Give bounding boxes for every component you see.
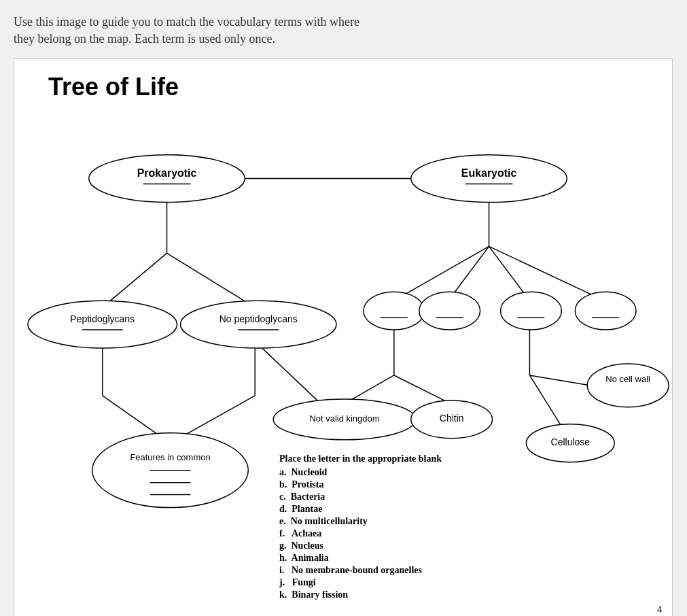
chitin-label: Chitin (440, 413, 464, 424)
vocab-item-b: b. Protista (279, 479, 442, 490)
vocab-item-h: h. Animalia (279, 553, 442, 564)
svg-point-37 (501, 292, 562, 330)
vocab-item-f: f. Achaea (279, 528, 442, 539)
eukaryotic-label: Eukaryotic (461, 167, 517, 179)
vocab-item-a: a. Nucleoid (279, 467, 442, 478)
svg-line-15 (347, 375, 394, 403)
no-cell-wall-label: No cell wall (605, 374, 650, 384)
instructions: Use this image to guide you to match the… (14, 14, 659, 48)
page-number: 4 (657, 604, 662, 615)
vocab-item-k: k. Binary fission (279, 589, 442, 600)
vocab-item-c: c. Bacteria (279, 492, 442, 502)
prokaryotic-label: Prokaryotic (137, 167, 197, 179)
svg-line-2 (103, 254, 167, 308)
vocab-item-d: d. Plantae (279, 504, 442, 515)
svg-line-16 (394, 375, 448, 403)
svg-point-33 (364, 292, 425, 330)
vocab-header: Place the letter in the appropriate blan… (279, 454, 442, 464)
vocab-item-j: j. Fungi (279, 577, 442, 588)
no-peptidoglycans-label: No peptidoglycans (219, 314, 298, 325)
svg-line-18 (529, 375, 563, 430)
diagram-title: Tree of Life (48, 73, 658, 101)
svg-point-39 (575, 292, 636, 330)
vocab-item-e: e. No multicellularity (279, 516, 442, 527)
vocab-items: a. Nucleoid b. Protista c. Bacteria d. P… (279, 467, 442, 600)
svg-line-13 (489, 247, 605, 301)
svg-line-3 (167, 254, 256, 308)
vocab-item-g: g. Nucleus (279, 541, 442, 551)
vocab-list: Place the letter in the appropriate blan… (279, 454, 442, 602)
svg-point-43 (587, 364, 669, 407)
vocab-item-i: i. No membrane-bound organelles (279, 565, 442, 576)
not-valid-kingdom-label: Not valid kingdom (309, 413, 379, 424)
svg-line-8 (255, 341, 319, 403)
diagram-container: Tree of Life (14, 58, 673, 616)
svg-point-35 (419, 292, 480, 330)
peptidoglycans-label: Peptidoglycans (70, 314, 135, 325)
cellulose-label: Cellulose (551, 437, 591, 447)
features-label: Features in common (130, 452, 210, 462)
